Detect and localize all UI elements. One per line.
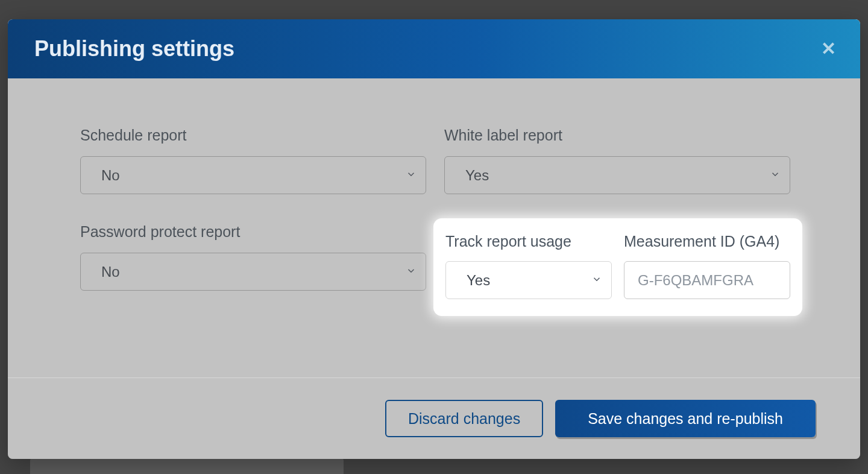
password-protect-select[interactable]: No [80, 253, 426, 291]
password-protect-label: Password protect report [80, 223, 426, 241]
close-icon: ✕ [821, 39, 836, 58]
schedule-report-select[interactable]: No [80, 156, 426, 194]
track-report-usage-select[interactable]: Yes [445, 261, 612, 299]
modal-title: Publishing settings [34, 36, 234, 62]
modal-body: Schedule report No White label report Ye… [8, 78, 860, 378]
password-protect-select-wrap: No [80, 253, 426, 291]
close-button[interactable]: ✕ [821, 40, 836, 58]
schedule-report-select-wrap: No [80, 156, 426, 194]
publishing-settings-modal: Publishing settings ✕ Schedule report No… [8, 19, 860, 459]
field-measurement-id: Measurement ID (GA4) [624, 233, 790, 299]
field-schedule-report: Schedule report No [80, 127, 426, 194]
white-label-report-label: White label report [444, 127, 790, 144]
white-label-report-value: Yes [465, 167, 489, 184]
track-report-usage-value: Yes [467, 272, 490, 289]
discard-changes-button[interactable]: Discard changes [385, 400, 543, 437]
field-track-report-usage: Track report usage Yes [445, 233, 612, 299]
password-protect-value: No [101, 264, 120, 280]
highlight-panel: Track report usage Yes Measurement ID (G… [433, 218, 802, 316]
white-label-report-select-wrap: Yes [444, 156, 790, 194]
white-label-report-select[interactable]: Yes [444, 156, 790, 194]
schedule-report-value: No [101, 167, 120, 184]
schedule-report-label: Schedule report [80, 127, 426, 144]
modal-header: Publishing settings ✕ [8, 19, 860, 78]
field-password-protect: Password protect report No [80, 223, 426, 291]
measurement-id-label: Measurement ID (GA4) [624, 233, 790, 250]
save-republish-button[interactable]: Save changes and re-publish [555, 400, 816, 437]
measurement-id-input[interactable] [624, 261, 790, 299]
track-report-usage-label: Track report usage [445, 233, 612, 250]
modal-footer: Discard changes Save changes and re-publ… [8, 378, 860, 459]
field-white-label-report: White label report Yes [444, 127, 790, 194]
track-report-usage-select-wrap: Yes [445, 261, 612, 299]
